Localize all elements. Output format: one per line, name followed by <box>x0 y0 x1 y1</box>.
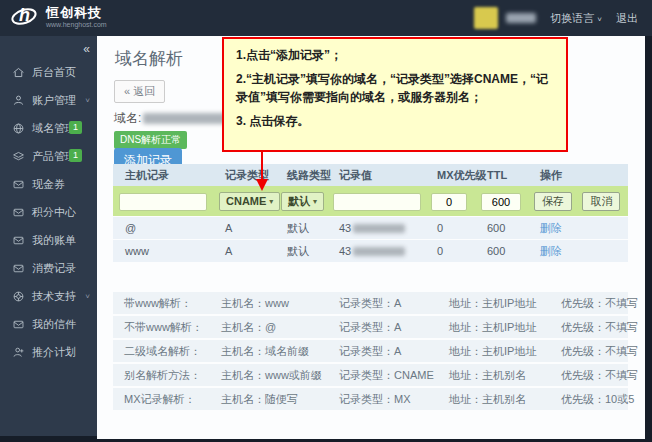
sidebar-item-bills[interactable]: 我的账单 <box>0 226 97 254</box>
username-redacted <box>506 13 536 23</box>
record-line: 默认 <box>275 244 327 259</box>
mx-priority-input[interactable] <box>431 193 467 211</box>
instruction-step-3: 3. 点击保存。 <box>236 113 554 130</box>
callout-arrow-head-icon <box>256 179 268 191</box>
instruction-step-2: 2.“主机记录”填写你的域名，“记录类型”选择CNAME，“记录值”填写你需要指… <box>236 71 554 106</box>
record-type-dropdown[interactable]: CNAME ▾ <box>219 192 280 211</box>
help-row: 二级域名解析： 主机名：域名前缀 记录类型：A 地址：主机IP地址 优先级：不填… <box>113 340 628 362</box>
dns-status-badge: DNS解析正常 <box>114 131 187 149</box>
line-type-dropdown[interactable]: 默认 ▾ <box>281 192 324 211</box>
col-header-line: 线路类型 <box>275 168 327 183</box>
envelope-icon <box>12 178 25 191</box>
ip-redacted <box>353 224 405 233</box>
support-icon <box>12 290 25 303</box>
help-row: 不带www解析： 主机名：@ 记录类型：A 地址：主机IP地址 优先级：不填写 <box>113 316 628 338</box>
layers-icon <box>12 150 25 163</box>
col-header-mx: MX优先级 <box>425 168 475 183</box>
domain-count-badge: 1 <box>69 121 82 134</box>
home-icon <box>12 66 25 79</box>
product-count-badge: 1 <box>69 149 82 162</box>
domain-label: 域名: <box>114 110 141 127</box>
sidebar-item-spending[interactable]: 消费记录 <box>0 254 97 282</box>
page-title: 域名解析 <box>115 47 183 70</box>
top-navbar: h 恒创科技 www.henghost.com 切换语言 ˅ 退出 <box>0 0 652 36</box>
sidebar: « 后台首页 账户管理 ˅ 域名管理 1 产品管理 1 <box>0 36 97 439</box>
instruction-callout: 1.点击“添加记录”； 2.“主机记录”填写你的域名，“记录类型”选择CNAME… <box>222 37 568 152</box>
delete-record-link[interactable]: 删除 <box>540 221 562 236</box>
envelope-icon <box>12 262 25 275</box>
record-value: 43 <box>327 245 425 257</box>
records-table: 主机记录 记录类型 线路类型 记录值 MX优先级 TTL 操作 CNAME ▾ <box>113 164 628 262</box>
envelope-icon <box>12 206 25 219</box>
domain-redacted <box>143 113 229 124</box>
caret-down-icon: ▾ <box>269 197 273 206</box>
record-host: @ <box>113 222 213 234</box>
sidebar-collapse-icon[interactable]: « <box>83 42 90 56</box>
sidebar-item-account[interactable]: 账户管理 ˅ <box>0 86 97 114</box>
col-header-host: 主机记录 <box>113 168 213 183</box>
user-plus-icon <box>12 346 25 359</box>
brand-logo[interactable]: h 恒创科技 www.henghost.com <box>10 4 107 30</box>
record-row: www A 默认 43 0 600 删除 <box>113 240 628 262</box>
col-header-actions: 操作 <box>528 168 628 183</box>
delete-record-link[interactable]: 删除 <box>540 244 562 259</box>
record-value-input[interactable] <box>333 193 421 211</box>
save-button[interactable]: 保存 <box>534 192 572 211</box>
chevron-down-icon: ˅ <box>85 292 90 301</box>
record-mx: 0 <box>425 222 475 234</box>
sidebar-item-dashboard[interactable]: 后台首页 <box>0 58 97 86</box>
caret-down-icon: ▾ <box>313 197 317 206</box>
col-header-ttl: TTL <box>475 169 528 181</box>
sidebar-item-referral[interactable]: 推介计划 <box>0 338 97 366</box>
host-record-input[interactable] <box>119 193 207 211</box>
record-row: @ A 默认 43 0 600 删除 <box>113 217 628 239</box>
ttl-input[interactable] <box>481 193 521 211</box>
record-host: www <box>113 245 213 257</box>
instruction-step-1: 1.点击“添加记录”； <box>236 47 554 64</box>
logout-button[interactable]: 退出 <box>616 11 638 26</box>
record-mx: 0 <box>425 245 475 257</box>
cancel-button[interactable]: 取消 <box>582 192 620 211</box>
col-header-value: 记录值 <box>327 168 425 183</box>
records-table-header: 主机记录 记录类型 线路类型 记录值 MX优先级 TTL 操作 <box>113 164 628 186</box>
record-line: 默认 <box>275 221 327 236</box>
record-type: A <box>213 222 275 234</box>
help-row: 别名解析方法： 主机名：www或前缀 记录类型：CNAME 地址：主机别名 优先… <box>113 364 628 386</box>
globe-icon <box>12 122 25 135</box>
dns-help-table: 带www解析： 主机名：www 记录类型：A 地址：主机IP地址 优先级：不填写… <box>113 292 628 412</box>
record-type: A <box>213 245 275 257</box>
callout-arrow-line <box>261 152 263 180</box>
sidebar-item-support[interactable]: 技术支持 ˅ <box>0 282 97 310</box>
brand-name: 恒创科技 <box>46 6 107 19</box>
ip-redacted <box>353 247 405 256</box>
sidebar-item-domains[interactable]: 域名管理 1 <box>0 114 97 142</box>
sidebar-item-mail[interactable]: 我的信件 <box>0 310 97 338</box>
envelope-icon <box>12 234 25 247</box>
language-switcher[interactable]: 切换语言 ˅ <box>550 11 602 26</box>
chevron-down-icon: ˅ <box>85 96 90 105</box>
record-value: 43 <box>327 222 425 234</box>
app-window: h 恒创科技 www.henghost.com 切换语言 ˅ 退出 « 后台首页 <box>0 0 652 442</box>
edit-record-row: CNAME ▾ 默认 ▾ 保存 取消 <box>113 186 628 216</box>
chevron-down-icon: ˅ <box>597 15 602 24</box>
user-avatar[interactable] <box>474 7 498 29</box>
record-ttl: 600 <box>475 222 528 234</box>
record-ttl: 600 <box>475 245 528 257</box>
sidebar-item-vouchers[interactable]: 现金券 <box>0 170 97 198</box>
help-row: MX记录解析： 主机名：随便写 记录类型：MX 地址：主机别名 优先级：10或5 <box>113 388 628 410</box>
back-button[interactable]: « 返回 <box>114 80 165 103</box>
sidebar-item-products[interactable]: 产品管理 1 <box>0 142 97 170</box>
user-icon <box>12 94 25 107</box>
envelope-icon <box>12 318 25 331</box>
help-row: 带www解析： 主机名：www 记录类型：A 地址：主机IP地址 优先级：不填写 <box>113 292 628 314</box>
brand-url: www.henghost.com <box>46 21 107 28</box>
sidebar-item-points[interactable]: 积分中心 <box>0 198 97 226</box>
brand-logo-icon: h <box>10 4 40 30</box>
